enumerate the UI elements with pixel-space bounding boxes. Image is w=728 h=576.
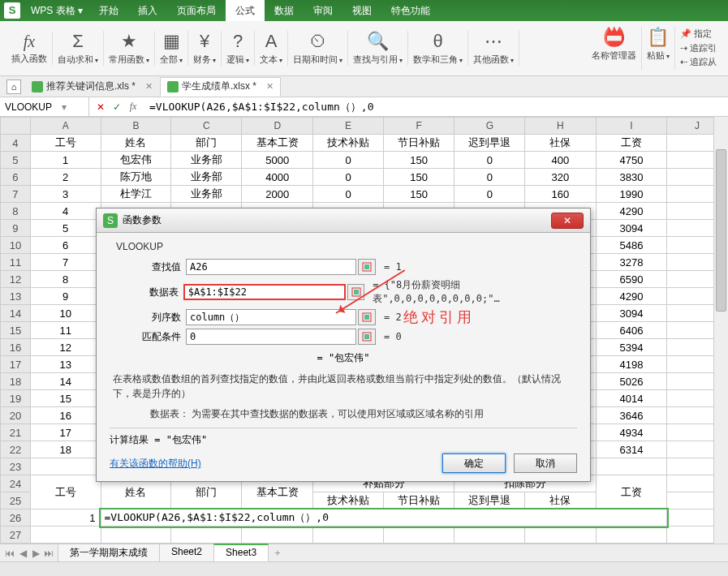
cell[interactable]: [101, 527, 171, 544]
cell[interactable]: 节日补贴: [384, 135, 454, 152]
cell[interactable]: 杜学江: [101, 186, 171, 203]
cell[interactable]: [242, 527, 313, 544]
row-header-27[interactable]: 27: [1, 527, 31, 544]
cell[interactable]: [313, 527, 384, 544]
cell[interactable]: [596, 527, 667, 544]
close-tab-icon[interactable]: ✕: [145, 81, 153, 92]
row-header-9[interactable]: 9: [1, 220, 31, 237]
column-header-F[interactable]: F: [384, 118, 454, 135]
add-sheet-button[interactable]: ＋: [269, 546, 286, 560]
row-header-8[interactable]: 8: [1, 203, 31, 220]
sheet-nav-next-icon[interactable]: ▶: [29, 548, 42, 559]
cell[interactable]: 13: [30, 356, 101, 373]
cell[interactable]: 4014: [596, 390, 667, 407]
row-header-14[interactable]: 14: [1, 305, 31, 322]
column-header-A[interactable]: A: [30, 118, 101, 135]
row-header-16[interactable]: 16: [1, 339, 31, 356]
row-header-15[interactable]: 15: [1, 322, 31, 339]
column-header-G[interactable]: G: [454, 118, 525, 135]
cell[interactable]: 0: [454, 186, 525, 203]
cell[interactable]: 4290: [596, 203, 667, 220]
sheet-nav-first-icon[interactable]: ⏮: [3, 548, 16, 559]
cell[interactable]: [30, 458, 101, 475]
select-all-cell[interactable]: [1, 118, 31, 135]
row-header-12[interactable]: 12: [1, 271, 31, 288]
row-header-4[interactable]: 4: [1, 135, 31, 152]
column-header-I[interactable]: I: [596, 118, 667, 135]
field-input-数据表[interactable]: [183, 284, 346, 300]
cell[interactable]: 150: [384, 169, 454, 186]
ok-button[interactable]: 确定: [442, 453, 506, 473]
active-cell[interactable]: =VLOOKUP(A26,$A$1:$I$22,column（）,0: [101, 509, 667, 527]
formula-input[interactable]: =VLOOKUP(A26,$A$1:$I$22,column（）,0: [144, 97, 728, 116]
cell[interactable]: 工资: [596, 135, 667, 152]
name-box-dropdown-icon[interactable]: ▾: [62, 101, 67, 113]
cell[interactable]: 7: [30, 254, 101, 271]
help-link[interactable]: 有关该函数的帮助(H): [110, 457, 201, 471]
doc-tab[interactable]: 推荐关键词信息.xls *✕: [24, 77, 160, 97]
cell[interactable]: 社保: [525, 135, 596, 152]
ribbon-name-manager[interactable]: 📛名称管理器: [587, 27, 642, 70]
cell[interactable]: 3094: [596, 305, 667, 322]
field-input-查找值[interactable]: [186, 259, 356, 275]
dialog-title-bar[interactable]: S 函数参数 ✕: [97, 208, 590, 233]
scrollbar-thumb[interactable]: [716, 149, 726, 312]
cell[interactable]: [384, 527, 454, 544]
cell[interactable]: 1: [30, 509, 101, 527]
vertical-scrollbar[interactable]: [713, 117, 728, 544]
home-tab-icon[interactable]: ⌂: [6, 80, 21, 94]
cell[interactable]: 320: [525, 169, 596, 186]
cell[interactable]: 5486: [596, 237, 667, 254]
cell[interactable]: 2000: [242, 186, 313, 203]
cell[interactable]: 技术补贴: [313, 135, 384, 152]
cell[interactable]: 3: [30, 186, 101, 203]
cell[interactable]: 14: [30, 373, 101, 390]
cell[interactable]: 6314: [596, 441, 667, 458]
cell[interactable]: [596, 458, 667, 475]
cell[interactable]: 5394: [596, 339, 667, 356]
cell[interactable]: [454, 527, 525, 544]
cell[interactable]: 4000: [242, 169, 313, 186]
row-header-13[interactable]: 13: [1, 288, 31, 305]
cell[interactable]: 业务部: [171, 152, 242, 169]
ribbon-查找与引用[interactable]: 🔍查找与引用: [348, 31, 408, 66]
sheet-tab-第一学期期末成绩[interactable]: 第一学期期末成绩: [58, 544, 160, 562]
cell[interactable]: 0: [313, 169, 384, 186]
cell[interactable]: 0: [313, 186, 384, 203]
cell[interactable]: 工号: [30, 135, 101, 152]
cell[interactable]: 0: [313, 152, 384, 169]
cell[interactable]: 12: [30, 339, 101, 356]
cell[interactable]: 0: [454, 169, 525, 186]
row-header-18[interactable]: 18: [1, 373, 31, 390]
cell[interactable]: 1: [30, 152, 101, 169]
name-box-input[interactable]: [5, 101, 62, 113]
menu-tab-审阅[interactable]: 审阅: [304, 0, 342, 21]
row-header-24[interactable]: 24: [1, 475, 31, 492]
cancel-button[interactable]: 取消: [514, 453, 577, 473]
ribbon-插入函数[interactable]: fx插入函数: [6, 32, 53, 65]
cell[interactable]: 10: [30, 305, 101, 322]
ribbon-日期和时间[interactable]: ⏲日期和时间: [288, 31, 348, 66]
cell[interactable]: 15: [30, 390, 101, 407]
sheet-nav-last-icon[interactable]: ⏭: [42, 548, 55, 559]
cell[interactable]: 2: [30, 169, 101, 186]
cell[interactable]: [525, 527, 596, 544]
cell[interactable]: 3094: [596, 220, 667, 237]
cell[interactable]: 16: [30, 407, 101, 424]
range-select-icon[interactable]: [358, 259, 376, 275]
cell[interactable]: 迟到早退: [454, 492, 525, 509]
row-header-25[interactable]: 25: [1, 492, 31, 509]
row-header-10[interactable]: 10: [1, 237, 31, 254]
field-input-列序数[interactable]: [186, 309, 356, 325]
sheet-tab-Sheet3[interactable]: Sheet3: [213, 544, 269, 562]
cell[interactable]: 社保: [525, 492, 596, 509]
cell[interactable]: 基本工资: [242, 135, 313, 152]
ribbon-trace[interactable]: 📌 指定⇢ 追踪引⇠ 追踪从: [675, 27, 722, 70]
cell[interactable]: 包宏伟: [101, 152, 171, 169]
cell[interactable]: 工资: [596, 475, 667, 509]
cell[interactable]: 3830: [596, 169, 667, 186]
row-header-6[interactable]: 6: [1, 169, 31, 186]
column-header-H[interactable]: H: [525, 118, 596, 135]
column-header-D[interactable]: D: [242, 118, 313, 135]
cell[interactable]: 160: [525, 186, 596, 203]
